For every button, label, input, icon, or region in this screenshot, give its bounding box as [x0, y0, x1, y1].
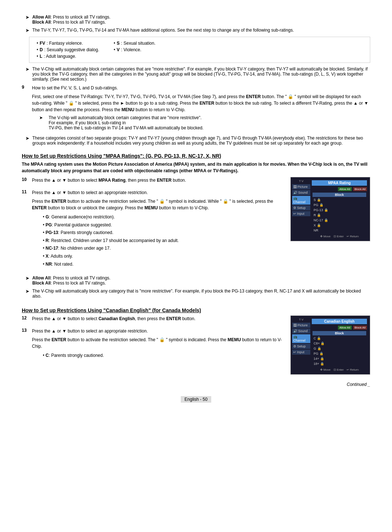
step-11-number: 11	[22, 189, 29, 268]
step-9-sub-arrow: ➤ The V-chip will automatically block ce…	[39, 115, 370, 130]
step-9: 9 How to set the FV, V, S, L and D sub-r…	[22, 85, 370, 132]
step-11-text: Press the ▲ or ▼ button to select an app…	[32, 189, 283, 196]
mpaa-after-arrow-2-text: The V-Chip will automatically block any …	[32, 289, 370, 299]
canadian-heading: How to Set up Restrictions Using "Canadi…	[22, 307, 370, 313]
continued-label: Continued _	[22, 382, 370, 387]
step-9-title: How to set the FV, V, S, L and D sub-rat…	[32, 85, 370, 91]
rating-s: • S: Sexual situation.	[114, 41, 155, 46]
rating-fv: • FV: Fantasy violence.	[37, 41, 99, 46]
step-12-number: 12	[22, 315, 29, 324]
tv-sidebar-picture: 🖼 Picture	[292, 184, 310, 189]
mpaa-after-arrow-2: ➤ The V-Chip will automatically block an…	[22, 289, 370, 299]
row-nr: NR	[313, 228, 366, 233]
footer-return-c: ↩ Return	[347, 368, 359, 371]
tv-footer-mpaa: ✥ Move ⊡ Enter ↩ Return	[312, 235, 367, 238]
table-header-block-c: Block	[313, 331, 366, 335]
bullet-nc17: NC-17: No children under age 17.	[43, 245, 283, 253]
mpaa-steps-container: 10 Press the ▲ or ▼ button to select MPA…	[22, 177, 370, 272]
mpaa-heading: How to Set up Restrictions Using "MPAA R…	[22, 153, 370, 159]
arrow-icon-1: ➤	[25, 15, 29, 25]
row-18: 18+ 🔒	[313, 362, 366, 366]
tv-block-all-btn[interactable]: Block All	[353, 187, 367, 191]
step-13-content: Press the ▲ or ▼ button to select an app…	[32, 328, 283, 360]
tv-sidebar-mpaa: T V 🖼 Picture 🔊 Sound 📺 Channel ⚙ Setup …	[292, 179, 310, 239]
ratings-box: • FV: Fantasy violence. • D: Sexually su…	[29, 37, 370, 63]
arrow-icon-7: ➤	[25, 289, 29, 299]
tv-sidebar-channel: 📺 Channel	[292, 196, 310, 205]
tv-sidebar-channel-c: 📺 Channel	[292, 334, 310, 343]
step-10-text: Press the ▲ or ▼ button to select MPAA R…	[32, 177, 283, 184]
step-9-sub-text: The V-chip will automatically block cert…	[49, 115, 204, 130]
mpaa-after-arrow-1: ➤ Allow All: Press to unlock all TV rati…	[22, 275, 370, 286]
page-number: English - 50	[181, 396, 211, 403]
step-12-content: Press the ▲ or ▼ button to select Canadi…	[32, 315, 283, 324]
canadian-section: How to Set up Restrictions Using "Canadi…	[22, 307, 370, 375]
vchip-arrow: ➤ The V-Chip will automatically block ce…	[22, 66, 370, 82]
arrow-icon-3: ➤	[25, 66, 29, 82]
row-r: R 🔒	[313, 213, 366, 217]
step-11-content: Press the ▲ or ▼ button to select an app…	[32, 189, 283, 268]
bullet-nr: NR: Not rated.	[43, 261, 283, 269]
mpaa-bullets: G: General audience(no restriction). PG:…	[43, 213, 283, 268]
canadian-tv-display: T V 🖼 Picture 🔊 Sound 📺 Channel ⚙ Setup …	[290, 315, 370, 375]
arrow-icon-6: ➤	[25, 275, 29, 286]
top-arrow-2-text: The TV-Y, TV-Y7, TV-G, TV-PG, TV-14 and …	[32, 28, 370, 33]
top-arrow-1-text: Allow All: Press to unlock all TV rating…	[32, 15, 370, 25]
row-s: S 🔒	[313, 198, 366, 202]
step-13: 13 Press the ▲ or ▼ button to select an …	[22, 328, 283, 360]
mpaa-table: Block S 🔒 PG 🔒 PG-13 🔒 R 🔒 NC-17 🔒 X 🔒 N…	[312, 192, 367, 233]
canadian-table: Block C 🔒 C8+ 🔒 G 🔒 PG 🔒 14+ 🔒 18+ 🔒	[312, 330, 367, 367]
tv-sidebar-input: ↩ Input	[292, 211, 310, 216]
tv-main-canadian: Canadian English Allow All Block All Blo…	[310, 317, 368, 373]
tv-allow-all-btn[interactable]: Allow All	[338, 187, 352, 191]
page-content: ➤ Allow All: Press to unlock all TV rati…	[22, 15, 370, 403]
categories-arrow-text: These categories consist of two separate…	[32, 136, 370, 146]
tv-sidebar-input-c: ↩ Input	[292, 350, 310, 355]
step-10-number: 10	[22, 177, 29, 186]
footer-enter-c: ⊡ Enter	[334, 368, 344, 371]
row-nc17: NC-17 🔒	[313, 218, 366, 222]
arrow-icon-5: ➤	[25, 136, 29, 146]
footer-return: ↩ Return	[347, 235, 359, 238]
canadian-bullets: C: Parents strongly cautioned.	[43, 352, 283, 360]
step-12: 12 Press the ▲ or ▼ button to select Can…	[22, 315, 283, 324]
row-pg-c: PG 🔒	[313, 351, 366, 356]
arrow-icon-4: ➤	[39, 115, 43, 130]
mpaa-tv-screen: T V 🖼 Picture 🔊 Sound 📺 Channel ⚙ Setup …	[290, 177, 370, 272]
step-13-text: Press the ▲ or ▼ button to select an app…	[32, 328, 283, 334]
mpaa-intro: The MPAA rating system uses the Motion P…	[22, 161, 370, 174]
vchip-arrow-text: The V-Chip will automatically block cert…	[32, 66, 370, 82]
ratings-col-1: • FV: Fantasy violence. • D: Sexually su…	[37, 41, 99, 59]
tv-sidebar-picture-c: 🖼 Picture	[292, 323, 310, 328]
tv-main-mpaa: MPAA Rating Allow All Block All	[310, 179, 368, 239]
rating-v: • V: Violence.	[114, 47, 155, 52]
footer-enter: ⊡ Enter	[334, 235, 344, 238]
tv-sidebar-sound: 🔊 Sound	[292, 190, 310, 195]
canadian-tv-screen: T V 🖼 Picture 🔊 Sound 📺 Channel ⚙ Setup …	[290, 315, 370, 375]
top-arrow-1: ➤ Allow All: Press to unlock all TV rati…	[22, 15, 370, 25]
bullet-r: R: Restricted. Children under 17 should …	[43, 237, 283, 245]
mpaa-section: How to Set up Restrictions Using "MPAA R…	[22, 153, 370, 299]
bullet-g: G: General audience(no restriction).	[43, 213, 283, 221]
step-13-detail: Press the ENTER button to activate the r…	[32, 336, 283, 350]
row-pg13: PG-13 🔒	[313, 208, 366, 212]
tv-allow-all-btn-c[interactable]: Allow All	[338, 326, 352, 330]
bullet-c: C: Parents strongly cautioned.	[43, 352, 283, 360]
tv-sidebar-canadian: T V 🖼 Picture 🔊 Sound 📺 Channel ⚙ Setup …	[292, 317, 310, 373]
arrow-icon-2: ➤	[25, 28, 29, 33]
table-header-block: Block	[313, 193, 366, 197]
tv-block-all-btn-c[interactable]: Block All	[353, 326, 367, 330]
row-14: 14+ 🔒	[313, 356, 366, 361]
row-c: C 🔒	[313, 336, 366, 340]
tv-footer-canadian: ✥ Move ⊡ Enter ↩ Return	[312, 368, 367, 371]
row-g: G 🔒	[313, 346, 366, 351]
rating-l: • L: Adult language.	[37, 54, 99, 59]
mpaa-steps: 10 Press the ▲ or ▼ button to select MPA…	[22, 177, 283, 272]
tv-title-canadian: Canadian English	[312, 319, 367, 324]
tv-sidebar-setup: ⚙ Setup	[292, 205, 310, 210]
rating-d: • D: Sexually suggestive dialog.	[37, 47, 99, 52]
bullet-x: X: Adults only.	[43, 253, 283, 261]
row-c8: C8+ 🔒	[313, 341, 366, 346]
mpaa-tv-display: T V 🖼 Picture 🔊 Sound 📺 Channel ⚙ Setup …	[290, 177, 370, 241]
categories-arrow: ➤ These categories consist of two separa…	[22, 136, 370, 146]
